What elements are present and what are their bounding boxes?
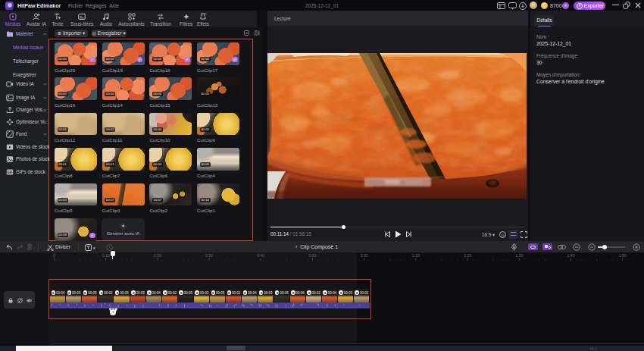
svg-text:0:20: 0:20 (154, 253, 161, 258)
svg-text:◷: ◷ (501, 232, 505, 237)
svg-text:0:40: 0:40 (257, 253, 264, 258)
svg-text:0: 0 (53, 253, 55, 258)
svg-text:1:30: 1:30 (515, 253, 523, 258)
svg-text:GIF: GIF (7, 171, 13, 174)
svg-text:1:10: 1:10 (412, 253, 420, 258)
svg-text:1:20: 1:20 (464, 253, 471, 258)
svg-text:1:00: 1:00 (361, 253, 368, 258)
svg-text:1:50: 1:50 (619, 253, 627, 258)
svg-text:0:30: 0:30 (205, 253, 213, 258)
svg-text:1:40: 1:40 (567, 253, 574, 258)
svg-text:0:10: 0:10 (102, 253, 110, 258)
svg-text:0:50: 0:50 (308, 253, 316, 258)
